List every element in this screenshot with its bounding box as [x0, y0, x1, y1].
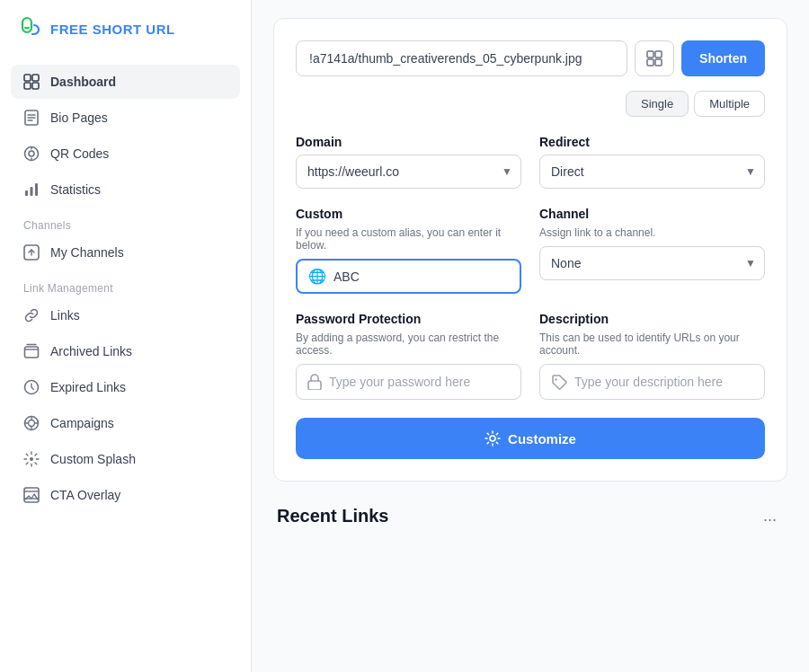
- sidebar-item-custom-splash-label: Custom Splash: [50, 452, 136, 466]
- domain-select-wrapper: https://weeurl.co ▼: [296, 155, 521, 189]
- svg-line-29: [26, 454, 28, 455]
- svg-line-31: [35, 454, 37, 455]
- svg-point-41: [555, 378, 556, 380]
- sidebar-item-dashboard[interactable]: Dashboard: [11, 65, 240, 99]
- recent-links-menu-button[interactable]: ...: [756, 503, 784, 529]
- svg-rect-39: [655, 59, 662, 66]
- form-grid: Domain https://weeurl.co ▼ Redirect Dire…: [296, 135, 765, 400]
- sidebar-navigation: Dashboard Bio Pages: [0, 57, 251, 672]
- recent-links-header: Recent Links ...: [273, 503, 787, 529]
- password-input[interactable]: [329, 375, 510, 389]
- logo: FREE SHORT URL: [0, 0, 251, 57]
- channel-select[interactable]: None: [539, 246, 765, 280]
- sidebar-item-qr-codes-label: QR Codes: [50, 146, 109, 161]
- content-area: Shorten Single Multiple Domain https://w…: [252, 0, 809, 547]
- sidebar-item-expired-links[interactable]: Expired Links: [11, 370, 240, 404]
- archived-links-icon: [23, 343, 40, 359]
- main-content: Shorten Single Multiple Domain https://w…: [252, 0, 809, 672]
- svg-rect-36: [647, 51, 653, 57]
- password-input-wrapper: [296, 364, 521, 400]
- svg-rect-1: [32, 75, 39, 81]
- svg-rect-38: [647, 59, 653, 66]
- domain-select[interactable]: https://weeurl.co: [296, 155, 521, 189]
- logo-text: FREE SHORT URL: [50, 22, 175, 37]
- tag-icon: [551, 374, 567, 390]
- sidebar-item-bio-pages-label: Bio Pages: [50, 111, 108, 125]
- sidebar-item-bio-pages[interactable]: Bio Pages: [11, 101, 240, 135]
- domain-section: Domain https://weeurl.co ▼: [296, 135, 521, 189]
- svg-rect-16: [25, 347, 39, 358]
- svg-point-19: [29, 420, 35, 427]
- sidebar-item-my-channels[interactable]: My Channels: [11, 235, 240, 270]
- shortener-card: Shorten Single Multiple Domain https://w…: [273, 18, 787, 482]
- svg-point-42: [490, 436, 495, 441]
- description-label: Description: [539, 312, 765, 326]
- campaigns-icon: [23, 415, 40, 431]
- magic-icon: [646, 50, 662, 66]
- customize-button[interactable]: Customize: [296, 418, 765, 459]
- sidebar: FREE SHORT URL Dashboard: [0, 0, 252, 672]
- sidebar-item-cta-overlay[interactable]: CTA Overlay: [11, 478, 240, 512]
- svg-rect-37: [655, 51, 662, 57]
- sidebar-item-archived-links[interactable]: Archived Links: [11, 334, 240, 368]
- gear-icon: [485, 430, 501, 447]
- sidebar-item-archived-links-label: Archived Links: [50, 344, 132, 358]
- dashboard-icon: [23, 74, 40, 90]
- sidebar-item-statistics[interactable]: Statistics: [11, 172, 240, 207]
- redirect-select[interactable]: Direct Frame Splash: [539, 155, 765, 189]
- svg-point-9: [29, 151, 34, 156]
- description-sublabel: This can be used to identify URLs on you…: [539, 332, 765, 357]
- url-input-row: Shorten: [296, 40, 765, 76]
- custom-section: Custom If you need a custom alias, you c…: [296, 207, 521, 294]
- redirect-label: Redirect: [539, 135, 765, 149]
- svg-rect-12: [25, 190, 28, 196]
- channel-select-wrapper: None ▼: [539, 246, 765, 280]
- svg-rect-40: [308, 381, 321, 390]
- sidebar-item-custom-splash[interactable]: Custom Splash: [11, 442, 240, 476]
- toggle-single-button[interactable]: Single: [626, 91, 689, 117]
- channels-section-label: Channels: [11, 208, 240, 235]
- description-input[interactable]: [574, 375, 753, 389]
- custom-input-wrapper: 🌐: [296, 259, 521, 294]
- qr-codes-icon: [23, 146, 40, 162]
- svg-rect-3: [32, 83, 39, 89]
- cta-overlay-icon: [23, 487, 40, 503]
- sidebar-item-links[interactable]: Links: [11, 298, 240, 332]
- domain-label: Domain: [296, 135, 521, 149]
- sidebar-item-campaigns[interactable]: Campaigns: [11, 406, 240, 440]
- statistics-icon: [23, 181, 40, 198]
- description-input-wrapper: [539, 364, 765, 400]
- customize-button-label: Customize: [508, 431, 576, 447]
- shorten-button[interactable]: Shorten: [681, 40, 765, 76]
- sidebar-item-qr-codes[interactable]: QR Codes: [11, 137, 240, 171]
- password-section: Password Protection By adding a password…: [296, 312, 521, 400]
- sidebar-item-my-channels-label: My Channels: [50, 245, 124, 260]
- channel-section: Channel Assign link to a channel. None ▼: [539, 207, 765, 294]
- svg-rect-13: [31, 187, 33, 196]
- redirect-select-wrapper: Direct Frame Splash ▼: [539, 155, 765, 189]
- svg-rect-0: [24, 75, 31, 81]
- custom-sublabel: If you need a custom alias, you can ente…: [296, 226, 521, 252]
- svg-rect-2: [24, 83, 31, 89]
- password-label: Password Protection: [296, 312, 521, 326]
- toggle-multiple-button[interactable]: Multiple: [694, 91, 765, 117]
- channel-sublabel: Assign link to a channel.: [539, 226, 765, 239]
- custom-label: Custom: [296, 207, 521, 221]
- svg-line-32: [26, 463, 28, 464]
- svg-rect-14: [35, 183, 38, 196]
- custom-input[interactable]: [333, 270, 509, 284]
- links-icon: [23, 307, 40, 323]
- magic-button[interactable]: [635, 40, 674, 76]
- sidebar-item-expired-links-label: Expired Links: [50, 380, 126, 394]
- toggle-row: Single Multiple: [296, 91, 765, 117]
- sidebar-item-statistics-label: Statistics: [50, 182, 101, 197]
- sidebar-item-links-label: Links: [50, 308, 80, 323]
- custom-splash-icon: [23, 451, 40, 467]
- logo-icon: [18, 16, 43, 41]
- svg-rect-33: [24, 488, 39, 502]
- url-input[interactable]: [296, 40, 627, 76]
- bio-pages-icon: [23, 110, 40, 126]
- svg-point-24: [30, 457, 33, 461]
- password-sublabel: By adding a password, you can restrict t…: [296, 332, 521, 357]
- recent-links-title: Recent Links: [277, 506, 388, 526]
